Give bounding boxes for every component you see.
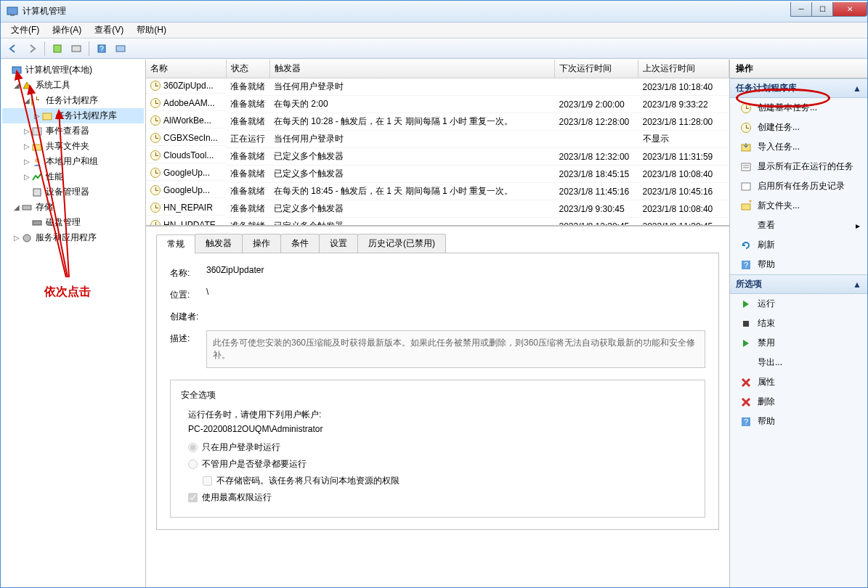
action-new-folder[interactable]: *新文件夹... [730,196,867,216]
svg-rect-20 [742,163,750,171]
radio-logged-on [188,443,198,452]
col-name[interactable]: 名称 [146,60,226,78]
svg-rect-10 [33,144,41,150]
refresh-icon[interactable] [49,41,65,57]
runas-label: 运行任务时，请使用下列用户帐户: [188,409,694,421]
tree-system-tools[interactable]: ◢系统工具 [2,78,144,93]
tab-conditions[interactable]: 条件 [280,234,320,253]
tree-disk-management[interactable]: 磁盘管理 [2,215,144,230]
tree-root[interactable]: 计算机管理(本地) [2,62,144,78]
clock-icon [150,98,161,108]
tree-device-manager[interactable]: 设备管理器 [2,184,144,200]
action-enable-history[interactable]: 启用所有任务历史记录 [730,176,867,196]
table-row[interactable]: GoogleUp...准备就绪已定义多个触发器2023/1/8 18:45:15… [146,166,729,183]
clock-icon [150,150,161,160]
svg-rect-14 [33,221,41,225]
action-end[interactable]: 结束 [730,314,867,333]
maximize-button[interactable]: ☐ [811,2,833,17]
minimize-button[interactable]: ─ [790,2,812,17]
table-row[interactable]: CGBXSecIn...正在运行当任何用户登录时不显示 [146,131,729,148]
window-title: 计算机管理 [23,5,791,17]
properties-icon[interactable] [68,41,84,57]
check-nopwd [203,476,212,486]
table-row[interactable]: 360ZipUpd...准备就绪当任何用户登录时2023/1/8 10:18:4… [146,78,729,96]
clock-icon [150,203,161,213]
action-delete[interactable]: 删除 [730,392,867,412]
tree-task-scheduler[interactable]: ◢任务计划程序 [2,93,144,108]
menu-file[interactable]: 文件(F) [5,23,45,38]
svg-rect-26 [743,321,749,327]
action-disable[interactable]: 禁用 [730,333,867,353]
table-row[interactable]: HN_REPAIR准备就绪已定义多个触发器2023/1/9 9:30:45202… [146,200,729,218]
menu-view[interactable]: 查看(V) [89,23,129,38]
clock-icon [150,220,161,227]
tab-triggers[interactable]: 触发器 [195,234,243,253]
tab-history[interactable]: 历史记录(已禁用) [357,234,446,253]
tab-settings[interactable]: 设置 [319,234,358,253]
col-trigger[interactable]: 触发器 [269,60,555,78]
action-import-task[interactable]: 导入任务... [730,137,867,157]
action-export[interactable]: 导出... [730,353,867,372]
svg-rect-21 [742,183,750,190]
task-list[interactable]: 名称 状态 触发器 下次运行时间 上次运行时间 360ZipUpd...准备就绪… [146,60,729,226]
svg-rect-13 [23,205,31,210]
tree-task-library[interactable]: ▷任务计划程序库 [2,108,144,123]
annotation-click-order: 依次点击 [44,285,91,300]
tree-shared-folders[interactable]: ▷共享文件夹 [2,139,144,154]
table-row[interactable]: AliWorkBe...准备就绪在每天的 10:28 - 触发后，在 1 天 期… [146,113,729,131]
col-state[interactable]: 状态 [226,60,269,78]
svg-rect-1 [10,15,15,16]
console-icon[interactable] [113,41,129,57]
tree-services[interactable]: ▷服务和应用程序 [2,230,144,245]
col-last[interactable]: 上次运行时间 [638,60,729,78]
svg-rect-12 [33,189,41,196]
author-label: 创建者: [170,309,206,323]
clock-icon [150,168,161,178]
table-row[interactable]: AdobeAAM...准备就绪在每天的 2:002023/1/9 2:00:00… [146,96,729,113]
forward-button[interactable] [24,41,40,57]
action-refresh[interactable]: 刷新 [730,235,867,255]
svg-point-15 [23,234,31,242]
svg-rect-6 [116,46,125,52]
loc-value: \ [206,287,705,297]
tree-performance[interactable]: ▷性能 [2,169,144,184]
table-row[interactable]: GoogleUp...准备就绪在每天的 18:45 - 触发后，在 1 天 期间… [146,183,729,200]
svg-rect-8 [43,113,52,120]
actions-header: 操作 [730,60,867,78]
svg-rect-7 [12,67,21,73]
radio-any-user [188,460,198,469]
desc-label: 描述: [170,330,206,345]
tree-storage[interactable]: ◢存储 [2,200,144,215]
action-create-basic[interactable]: 创建基本任务... [730,98,867,118]
check-highest-priv [188,493,198,502]
tab-general[interactable]: 常规 [156,234,195,253]
action-help[interactable]: ?帮助 [730,255,867,274]
menu-help[interactable]: 帮助(H) [131,23,172,38]
table-row[interactable]: HN_UPDATE准备就绪已定义多个触发器2023/1/8 12:30:4520… [146,218,729,227]
tree-event-viewer[interactable]: ▷事件查看器 [2,123,144,139]
close-button[interactable]: ✕ [832,2,867,17]
toolbar: ? [1,38,867,59]
col-next[interactable]: 下次运行时间 [555,60,638,78]
action-show-running[interactable]: 显示所有正在运行的任务 [730,157,867,176]
actions-section-library[interactable]: 任务计划程序库▲ [730,78,867,98]
action-properties[interactable]: 属性 [730,372,867,392]
action-view[interactable]: 查看▸ [730,216,867,235]
help-icon[interactable]: ? [94,41,110,57]
svg-rect-0 [7,7,17,15]
clock-icon [150,185,161,195]
detail-pane: 常规 触发器 操作 条件 设置 历史记录(已禁用) 名称:360ZipUpdat… [146,226,729,587]
back-button[interactable] [5,41,21,57]
action-create-task[interactable]: 创建任务... [730,118,867,137]
menu-action[interactable]: 操作(A) [46,23,87,38]
actions-section-selected[interactable]: 所选项▲ [730,274,867,294]
tab-actions[interactable]: 操作 [242,234,281,253]
clock-icon [150,133,161,143]
action-run[interactable]: 运行 [730,294,867,314]
clock-icon [150,115,161,126]
svg-point-11 [35,158,39,163]
table-row[interactable]: CloudsTool...准备就绪已定义多个触发器2023/1/8 12:32:… [146,148,729,166]
actions-pane: 操作 任务计划程序库▲ 创建基本任务... 创建任务... 导入任务... 显示… [729,60,867,587]
tree-local-users[interactable]: ▷本地用户和组 [2,154,144,169]
action-help2[interactable]: ?帮助 [730,412,867,431]
